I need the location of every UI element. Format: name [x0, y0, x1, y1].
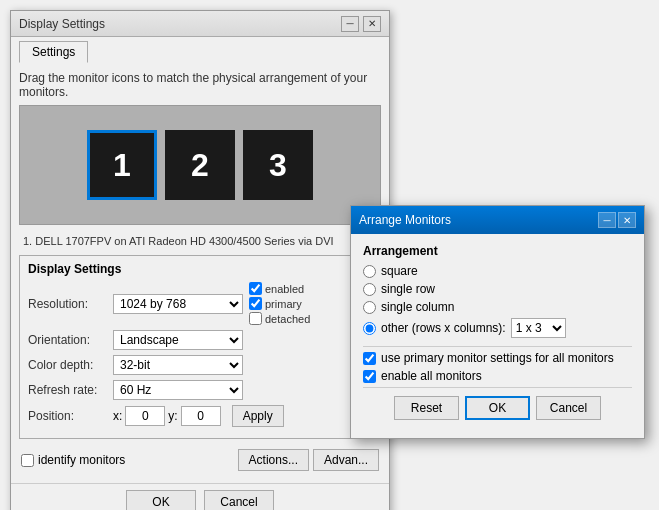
radio-square-input[interactable]: [363, 265, 376, 278]
use-primary-checkbox[interactable]: [363, 352, 376, 365]
radio-single-row: single row: [363, 282, 632, 296]
refresh-rate-select[interactable]: 60 Hz 75 Hz 85 Hz: [113, 380, 243, 400]
advanced-button[interactable]: Advan...: [313, 449, 379, 471]
identify-label: identify monitors: [38, 453, 125, 467]
radio-square: square: [363, 264, 632, 278]
monitor-area: 1 2 3: [19, 105, 381, 225]
y-label: y:: [168, 409, 177, 423]
enabled-checkbox[interactable]: [249, 282, 262, 295]
radio-other-label: other (rows x columns):: [381, 321, 506, 335]
enable-all-label: enable all monitors: [381, 369, 482, 383]
radio-single-column: single column: [363, 300, 632, 314]
radio-square-label: square: [381, 264, 418, 278]
enabled-label: enabled: [265, 283, 304, 295]
color-depth-label: Color depth:: [28, 358, 113, 372]
resolution-checkboxes: enabled primary detached: [249, 282, 310, 325]
main-cancel-button[interactable]: Cancel: [204, 490, 274, 510]
cols-select[interactable]: 1 x 3 1 x 2 2 x 2 2 x 3: [511, 318, 566, 338]
bottom-row: identify monitors Actions... Advan...: [19, 445, 381, 475]
resolution-select[interactable]: 1024 by 768 800 by 600 1280 by 1024 1920…: [113, 294, 243, 314]
main-window-title: Display Settings: [19, 17, 105, 31]
resolution-label: Resolution:: [28, 297, 113, 311]
identify-checkbox[interactable]: [21, 454, 34, 467]
radio-single-column-input[interactable]: [363, 301, 376, 314]
y-input[interactable]: [181, 406, 221, 426]
arrange-minimize-btn[interactable]: ─: [598, 212, 616, 228]
radio-single-column-label: single column: [381, 300, 454, 314]
color-depth-select[interactable]: 32-bit 16-bit: [113, 355, 243, 375]
color-depth-row: Color depth: 32-bit 16-bit: [28, 355, 372, 375]
use-primary-row: use primary monitor settings for all mon…: [363, 351, 632, 365]
main-title-bar: Display Settings ─ ✕: [11, 11, 389, 37]
detached-checkbox[interactable]: [249, 312, 262, 325]
instruction-text: Drag the monitor icons to match the phys…: [19, 71, 381, 99]
refresh-rate-label: Refresh rate:: [28, 383, 113, 397]
position-label: Position:: [28, 409, 113, 423]
radio-other-input[interactable]: [363, 322, 376, 335]
display-settings-group: Display Settings Resolution: 1024 by 768…: [19, 255, 381, 439]
x-label: x:: [113, 409, 122, 423]
tab-settings[interactable]: Settings: [19, 41, 88, 63]
radio-single-row-input[interactable]: [363, 283, 376, 296]
arrange-close-btn[interactable]: ✕: [618, 212, 636, 228]
tab-bar: Settings: [11, 37, 389, 63]
enabled-checkbox-row: enabled: [249, 282, 310, 295]
orientation-label: Orientation:: [28, 333, 113, 347]
enable-all-checkbox[interactable]: [363, 370, 376, 383]
orientation-row: Orientation: Landscape Portrait Landscap…: [28, 330, 372, 350]
main-bottom: OK Cancel: [11, 483, 389, 510]
use-primary-label: use primary monitor settings for all mon…: [381, 351, 614, 365]
divider: [363, 346, 632, 347]
monitor-3[interactable]: 3: [243, 130, 313, 200]
arrange-reset-button[interactable]: Reset: [394, 396, 459, 420]
bottom-buttons: Actions... Advan...: [238, 449, 379, 471]
window-content: Drag the monitor icons to match the phys…: [11, 63, 389, 483]
main-minimize-btn[interactable]: ─: [341, 16, 359, 32]
primary-checkbox-row: primary: [249, 297, 310, 310]
detached-checkbox-row: detached: [249, 312, 310, 325]
arrange-cancel-button[interactable]: Cancel: [536, 396, 601, 420]
primary-label: primary: [265, 298, 302, 310]
arrange-bottom: Reset OK Cancel: [363, 387, 632, 428]
enable-all-row: enable all monitors: [363, 369, 632, 383]
monitor-2[interactable]: 2: [165, 130, 235, 200]
main-close-btn[interactable]: ✕: [363, 16, 381, 32]
arrange-title-bar: Arrange Monitors ─ ✕: [351, 206, 644, 234]
orientation-select[interactable]: Landscape Portrait Landscape (flipped) P…: [113, 330, 243, 350]
refresh-rate-row: Refresh rate: 60 Hz 75 Hz 85 Hz: [28, 380, 372, 400]
arrange-title-controls: ─ ✕: [598, 212, 636, 228]
main-ok-button[interactable]: OK: [126, 490, 196, 510]
position-row: Position: x: y: Apply: [28, 405, 372, 427]
arrange-ok-button[interactable]: OK: [465, 396, 530, 420]
actions-button[interactable]: Actions...: [238, 449, 309, 471]
resolution-row: Resolution: 1024 by 768 800 by 600 1280 …: [28, 282, 372, 325]
arrange-title: Arrange Monitors: [359, 213, 451, 227]
arrange-dialog: Arrange Monitors ─ ✕ Arrangement square …: [350, 205, 645, 439]
main-title-controls: ─ ✕: [341, 16, 381, 32]
settings-group-title: Display Settings: [28, 262, 372, 276]
apply-button[interactable]: Apply: [232, 405, 284, 427]
monitor-label: 1. DELL 1707FPV on ATI Radeon HD 4300/45…: [19, 233, 381, 249]
main-window: Display Settings ─ ✕ Settings Drag the m…: [10, 10, 390, 510]
primary-checkbox[interactable]: [249, 297, 262, 310]
arrange-content: Arrangement square single row single col…: [351, 234, 644, 438]
identify-row: identify monitors: [21, 453, 125, 467]
monitor-1[interactable]: 1: [87, 130, 157, 200]
arrangement-title: Arrangement: [363, 244, 632, 258]
radio-single-row-label: single row: [381, 282, 435, 296]
radio-other-row: other (rows x columns): 1 x 3 1 x 2 2 x …: [363, 318, 632, 338]
detached-label: detached: [265, 313, 310, 325]
x-input[interactable]: [125, 406, 165, 426]
